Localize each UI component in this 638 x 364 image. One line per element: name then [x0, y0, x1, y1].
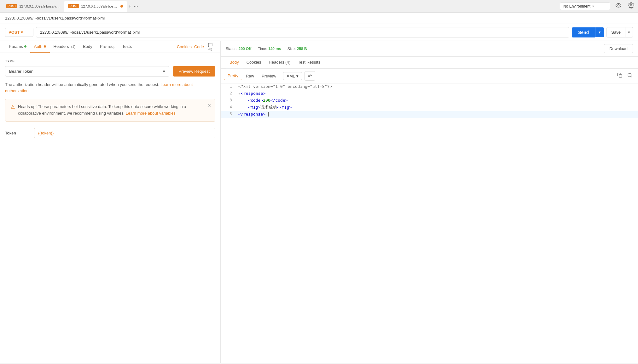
main-area: POST ▾ Send ▾ Save ▾ Params Aut — [0, 24, 638, 363]
settings-icon-button[interactable] — [627, 1, 635, 11]
environment-section: No Environment ▾ — [560, 1, 635, 11]
url-bar: POST ▾ Send ▾ Save ▾ — [0, 24, 638, 41]
copy-button[interactable] — [615, 71, 624, 80]
response-tab-headers[interactable]: Headers (4) — [265, 57, 294, 68]
tab-2[interactable]: POST 127.0.0.1:8099/li-boss/v1/user/ — [64, 1, 127, 12]
tab-2-url: 127.0.0.1:8099/li-boss/v1/user/ — [81, 4, 119, 8]
save-button[interactable]: Save — [606, 27, 625, 37]
tab-prereq[interactable]: Pre-req. — [96, 41, 119, 53]
code-line-2: 2 ▾<response> — [221, 90, 638, 97]
code-line-1: 1 <?xml version="1.0" encoding="utf-8"?> — [221, 83, 638, 90]
environment-label: No Environment — [563, 4, 590, 9]
auth-type-chevron: ▾ — [163, 69, 165, 74]
more-tabs-button[interactable]: ··· — [133, 2, 139, 10]
type-label: TYPE — [5, 59, 215, 63]
view-raw-button[interactable]: Raw — [243, 72, 257, 80]
svg-point-1 — [618, 5, 619, 6]
code-line-5: 5 </response> — [221, 111, 638, 118]
add-tab-button[interactable]: + — [127, 2, 132, 10]
method-chevron: ▾ — [21, 30, 23, 35]
svg-line-8 — [631, 76, 632, 77]
content-area: Params Auth Headers (1) Body Pre-req. Te… — [0, 41, 638, 363]
environment-chevron: ▾ — [592, 4, 594, 8]
auth-type-value: Bearer Token — [9, 69, 33, 74]
warning-text: Heads up! These parameters hold sensitiv… — [18, 104, 210, 117]
token-label: Token — [5, 131, 30, 135]
format-label: XML — [287, 74, 295, 78]
tab-2-dot — [120, 5, 123, 8]
auth-panel: TYPE Bearer Token ▾ Preview Request The … — [0, 53, 220, 363]
preview-request-button[interactable]: Preview Request — [173, 66, 215, 77]
size-item: Size: 258 B — [287, 47, 307, 51]
svg-rect-6 — [619, 75, 622, 77]
view-pretty-button[interactable]: Pretty — [224, 72, 241, 80]
svg-point-2 — [630, 5, 632, 6]
format-select[interactable]: XML ▾ — [283, 72, 302, 80]
request-panel: Params Auth Headers (1) Body Pre-req. Te… — [0, 41, 221, 363]
download-button[interactable]: Download — [604, 44, 633, 53]
response-tab-cookies[interactable]: Cookies — [243, 57, 265, 68]
auth-dot — [44, 45, 46, 48]
code-line-3: 3 <code>200</code> — [221, 97, 638, 104]
time-item: Time: 140 ms — [258, 47, 281, 51]
status-item: Status: 200 OK — [226, 47, 252, 51]
code-editor: 1 <?xml version="1.0" encoding="utf-8"?>… — [221, 83, 638, 363]
auth-type-select[interactable]: Bearer Token ▾ — [5, 66, 169, 77]
tab-2-method: POST — [68, 4, 79, 8]
method-select[interactable]: POST ▾ — [5, 28, 33, 37]
save-dropdown-button[interactable]: ▾ — [625, 27, 633, 37]
type-row: Bearer Token ▾ Preview Request — [5, 66, 215, 77]
code-line-4: 4 <msg>请求成功</msg> — [221, 104, 638, 111]
time-value: 140 ms — [268, 47, 281, 51]
comment-button[interactable]: (0) — [205, 41, 215, 52]
tab-1-method: POST — [6, 4, 17, 8]
response-status-bar: Status: 200 OK Time: 140 ms Size: 258 B … — [221, 41, 638, 57]
tab-bar: POST 127.0.0.1:8099/li-boss/v1/user/1/pa… — [0, 0, 638, 13]
auth-note: The authorization header will be automat… — [5, 82, 215, 94]
eye-icon-button[interactable] — [614, 1, 623, 11]
search-response-button[interactable] — [625, 71, 634, 80]
warning-box: ⚠ Heads up! These parameters hold sensit… — [5, 99, 215, 122]
svg-point-0 — [616, 3, 621, 7]
tab-auth[interactable]: Auth — [30, 41, 50, 53]
response-panel: Status: 200 OK Time: 140 ms Size: 258 B … — [221, 41, 638, 363]
cookies-button[interactable]: Cookies — [176, 41, 193, 52]
request-tab-nav: Params Auth Headers (1) Body Pre-req. Te… — [0, 41, 220, 53]
breadcrumb: 127.0.0.1:8099/li-boss/v1/user/1/passwor… — [0, 13, 638, 24]
response-tab-nav: Body Cookies Headers (4) Test Results — [221, 57, 638, 69]
token-input[interactable] — [34, 128, 215, 138]
method-label: POST — [9, 30, 20, 35]
save-button-group: Save ▾ — [606, 27, 633, 37]
send-button-group: Send ▾ — [572, 27, 604, 37]
environment-dropdown[interactable]: No Environment ▾ — [560, 3, 610, 10]
learn-more-variables-link[interactable]: Learn more about variables — [126, 111, 176, 116]
status-value: 200 OK — [239, 47, 252, 51]
params-dot — [24, 45, 26, 48]
svg-point-7 — [628, 73, 631, 77]
warning-close-button[interactable]: ✕ — [207, 103, 211, 108]
tab-1-url: 127.0.0.1:8099/li-boss/v1/user/1/pa — [19, 4, 60, 8]
send-dropdown-button[interactable]: ▾ — [595, 27, 604, 37]
tab-1[interactable]: POST 127.0.0.1:8099/li-boss/v1/user/1/pa — [3, 1, 64, 12]
response-toolbar: Pretty Raw Preview XML ▾ — [221, 69, 638, 83]
format-chevron: ▾ — [296, 74, 299, 78]
view-preview-button[interactable]: Preview — [258, 72, 279, 80]
tab-params[interactable]: Params — [5, 41, 30, 53]
url-input[interactable] — [36, 27, 569, 37]
tab-body[interactable]: Body — [79, 41, 96, 53]
wrap-button[interactable] — [304, 71, 315, 81]
tab-headers[interactable]: Headers (1) — [50, 41, 79, 53]
token-row: Token — [5, 128, 215, 138]
send-button[interactable]: Send — [572, 27, 595, 37]
size-value: 258 B — [297, 47, 307, 51]
response-tab-test-results[interactable]: Test Results — [294, 57, 324, 68]
response-tab-body[interactable]: Body — [226, 57, 243, 68]
code-button[interactable]: Code — [193, 41, 205, 52]
tab-tests[interactable]: Tests — [119, 41, 136, 53]
warning-icon: ⚠ — [10, 104, 15, 110]
